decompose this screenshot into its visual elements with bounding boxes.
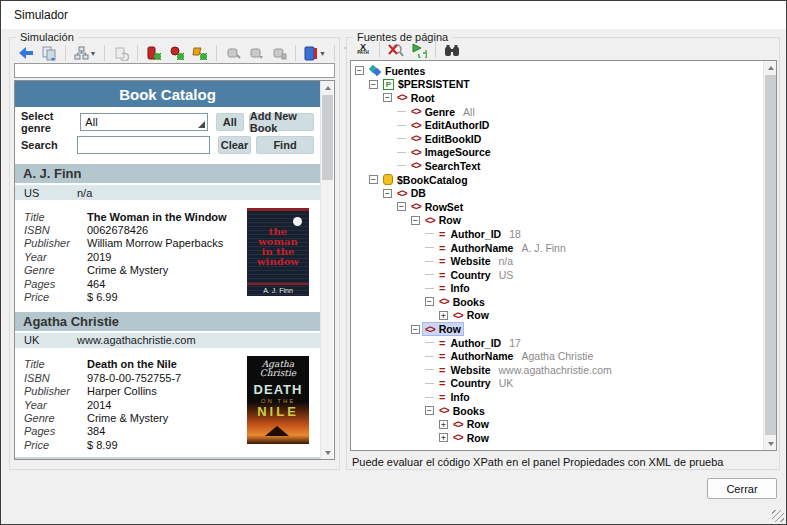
expand-toggle[interactable]: − (411, 325, 420, 334)
simulator-window: Simulador Simulación (0, 0, 787, 525)
xpath-button[interactable]: X PATH (353, 40, 373, 60)
tree-indent (351, 165, 397, 166)
book-fields: TitleDeath on the NileISBN978-0-00-75275… (15, 356, 247, 452)
debug-device-button[interactable] (144, 43, 164, 63)
clear-button[interactable]: Clear (218, 136, 251, 154)
tree-node[interactable]: =Websiten/a (351, 254, 763, 268)
preview-scrollbar[interactable] (320, 81, 333, 459)
scroll-up-arrow-icon[interactable] (321, 81, 334, 94)
tree-node[interactable]: −<>Row (351, 322, 763, 336)
step-over-button[interactable] (246, 43, 266, 63)
expand-toggle[interactable]: − (383, 189, 392, 198)
tree-node[interactable]: −<>DB (351, 186, 763, 200)
expand-toggle[interactable]: − (383, 93, 392, 102)
tree-node-content: <>Books (437, 296, 487, 308)
expand-toggle[interactable]: + (439, 433, 448, 442)
expand-toggle[interactable]: − (397, 202, 406, 211)
expand-toggle[interactable]: + (439, 420, 448, 429)
tree-node[interactable]: −$BookCatalog (351, 173, 763, 187)
attribute-icon: = (439, 282, 445, 294)
page-layout-button[interactable]: ▼ (72, 43, 98, 63)
all-button[interactable]: All (216, 113, 244, 131)
tree-node[interactable]: +<>Row (351, 417, 763, 431)
scrollbar-thumb[interactable] (322, 95, 333, 180)
copy-page-button[interactable] (39, 43, 59, 63)
book-entry[interactable]: TitleDeath on the NileISBN978-0-00-75275… (15, 348, 320, 458)
tree-node[interactable]: <>ImageSource (351, 146, 763, 160)
node-label: AuthorName (450, 350, 513, 362)
expand-toggle[interactable]: − (369, 80, 378, 89)
attribute-icon: = (439, 391, 445, 403)
expand-toggle[interactable]: − (411, 216, 420, 225)
tree-indent (351, 247, 425, 248)
debug-breakpoint-button[interactable] (167, 43, 187, 63)
tree-node[interactable]: −<>Books (351, 295, 763, 309)
step-out-button[interactable] (269, 43, 289, 63)
genre-label: Select genre (21, 110, 80, 134)
close-button[interactable]: Cerrar (707, 478, 777, 499)
book-entry[interactable]: TitleThe Woman in the WindowISBN00626784… (15, 200, 320, 310)
scroll-down-arrow-icon[interactable] (764, 437, 777, 450)
element-icon: <> (425, 324, 435, 335)
author-header[interactable]: Agatha Christie (15, 312, 320, 331)
tree-node[interactable]: =CountryUK (351, 377, 763, 391)
expand-toggle[interactable]: − (369, 175, 378, 184)
scroll-down-arrow-icon[interactable] (321, 446, 334, 459)
expand-toggle[interactable]: + (439, 311, 448, 320)
element-icon: <> (397, 92, 407, 103)
back-button[interactable] (16, 43, 36, 63)
device-select-button[interactable]: ▼ (302, 43, 328, 63)
expand-toggle[interactable]: − (425, 297, 434, 306)
expand-toggle[interactable]: − (355, 66, 364, 75)
tree-node[interactable]: =AuthorNameA. J. Finn (351, 241, 763, 255)
clear-xml-button[interactable] (386, 40, 406, 60)
tree-node[interactable]: −<>RowSet (351, 200, 763, 214)
tree-node[interactable]: −<>Root (351, 91, 763, 105)
tree-indent (351, 111, 397, 112)
tree-node[interactable]: −Fuentes (351, 64, 763, 78)
find-node-button[interactable] (442, 40, 462, 60)
find-button[interactable]: Find (256, 136, 314, 154)
tree-node[interactable]: +<>Row (351, 309, 763, 323)
debug-run-button[interactable] (190, 43, 210, 63)
xpath-icon: X PATH (357, 44, 369, 56)
tree-connector (425, 397, 434, 398)
tree-node[interactable]: =AuthorNameAgatha Christie (351, 349, 763, 363)
tree-node[interactable]: =Info (351, 390, 763, 404)
tree-node[interactable]: <>EditAuthorID (351, 118, 763, 132)
tree-node[interactable]: −P$PERSISTENT (351, 78, 763, 92)
tree-node[interactable]: =Info (351, 282, 763, 296)
tree-node[interactable]: <>EditBookID (351, 132, 763, 146)
tree-node-content: =AuthorName (437, 350, 515, 362)
scroll-up-arrow-icon[interactable] (764, 61, 777, 74)
step-into-button[interactable] (223, 43, 243, 63)
author-header[interactable]: A. J. Finn (15, 164, 320, 183)
tree-scrollbar[interactable] (763, 61, 776, 450)
simulator-address-bar[interactable] (14, 63, 335, 78)
tree-node[interactable]: −<>Books (351, 404, 763, 418)
titlebar[interactable]: Simulador (1, 1, 786, 29)
tree-node[interactable]: =Author_ID17 (351, 336, 763, 350)
add-new-book-button[interactable]: Add New Book (249, 113, 314, 131)
tree-node[interactable]: <>GenreAll (351, 105, 763, 119)
tree-node[interactable]: =CountryUS (351, 268, 763, 282)
sources-root-icon (369, 65, 381, 76)
scrollbar-thumb[interactable] (765, 75, 776, 435)
tree-node[interactable]: <>SearchText (351, 159, 763, 173)
tree-node[interactable]: =Author_ID18 (351, 227, 763, 241)
reload-page-button[interactable] (111, 43, 131, 63)
book-entry[interactable]: TitleThe Mysterious Affair at StylesISBN… (15, 457, 320, 459)
tree-node[interactable]: −<>Row (351, 214, 763, 228)
book-field-value: Crime & Mystery (87, 412, 168, 424)
genre-combobox[interactable]: All (80, 113, 208, 131)
search-input[interactable] (77, 136, 210, 154)
resize-grip[interactable] (772, 510, 784, 522)
node-label: Info (450, 282, 469, 294)
book-field-row: GenreCrime & Mystery (24, 411, 247, 424)
expand-toggle[interactable]: − (425, 406, 434, 415)
window-title: Simulador (14, 8, 68, 22)
tree-node[interactable]: =Websitewww.agathachristie.com (351, 363, 763, 377)
reload-xml-button[interactable] (409, 40, 429, 60)
tree-node[interactable]: +<>Row (351, 431, 763, 445)
tree-node-content: =Country (437, 377, 493, 389)
